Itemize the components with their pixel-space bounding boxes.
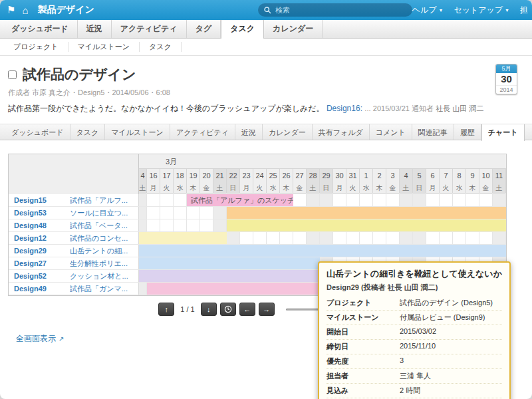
gantt-bar[interactable] <box>139 232 227 244</box>
gantt-date-cell: 18 <box>174 169 187 182</box>
scroll-down-button[interactable]: ↓ <box>201 303 217 316</box>
task-id-link[interactable]: Design52 <box>9 270 70 282</box>
home-icon[interactable]: ⌂ <box>22 5 28 16</box>
detail-tab-9[interactable]: 履歴 <box>454 124 481 140</box>
gantt-bar[interactable]: 試作品「アルファ」のスケッチ <box>187 194 293 206</box>
notify-person-link[interactable]: 社長 山田 潤二 <box>436 104 483 112</box>
gantt-day-cell: 金 <box>200 182 213 194</box>
detail-tab-5[interactable]: カレンダー <box>263 124 313 140</box>
task-name-link[interactable]: 山岳テントの細... <box>70 245 128 257</box>
scroll-right-button[interactable]: → <box>259 303 275 316</box>
detail-tab-8[interactable]: 関連記事 <box>412 124 454 140</box>
task-id-link[interactable]: Design29 <box>9 245 70 257</box>
gantt-row: Design29山岳テントの細... <box>9 245 506 257</box>
task-name-link[interactable]: ソールに目立つ... <box>70 207 128 219</box>
tooltip-field-row: 開始日2015/03/02 <box>327 325 502 340</box>
gantt-bar[interactable] <box>147 283 320 295</box>
task-name-link[interactable]: クッション材と... <box>70 270 128 282</box>
gantt-day-cell: 日 <box>227 182 240 194</box>
date-badge: 5月 30 2014 <box>495 64 517 94</box>
gantt-bar[interactable] <box>139 270 320 282</box>
gantt-day-cell: 土 <box>139 182 147 194</box>
gantt-bar[interactable] <box>139 245 506 257</box>
gantt-day-cell: 水 <box>453 182 466 194</box>
task-id-link[interactable]: Design53 <box>9 207 70 219</box>
gantt-day-cell: 金 <box>479 182 493 194</box>
gantt-day-cell: 金 <box>386 182 400 194</box>
detail-tab-10[interactable]: チャート <box>481 124 525 141</box>
gantt-row-label: Design49試作品「ガンマ... <box>9 283 139 295</box>
task-name-link[interactable]: 試作品「アルフ... <box>70 194 128 206</box>
gantt-day-cell: 土 <box>307 182 320 194</box>
gantt-day-cell: 土 <box>400 182 413 194</box>
gantt-bar[interactable] <box>139 257 320 269</box>
gantt-date-cell: 11 <box>493 169 506 182</box>
gantt-row-track <box>139 207 506 219</box>
clipped-menu[interactable]: 担 <box>520 5 528 16</box>
nav-tab-3[interactable]: タグ <box>187 20 221 38</box>
tooltip-field-label: 担当者 <box>327 369 400 384</box>
detail-tab-0[interactable]: ダッシュボード <box>5 124 70 140</box>
subnav-item-0[interactable]: プロジェクト <box>4 42 68 52</box>
gantt-date-cell: 25 <box>267 169 280 182</box>
subnav-item-1[interactable]: マイルストーン <box>68 42 140 52</box>
tooltip-field-label: 優先度 <box>327 354 400 369</box>
help-menu[interactable]: ヘルプ▼ <box>412 5 444 16</box>
task-id-link[interactable]: Design15 <box>9 194 70 206</box>
setup-menu[interactable]: セットアップ▼ <box>454 5 509 16</box>
detail-tab-4[interactable]: 近況 <box>235 124 263 140</box>
today-button[interactable] <box>220 303 236 316</box>
gantt-date-cell: 8 <box>453 169 466 182</box>
subnav-item-2[interactable]: タスク <box>140 42 182 52</box>
fullscreen-link[interactable]: 全画面表示 ↗ <box>16 333 64 344</box>
task-id-link[interactable]: Design27 <box>9 257 70 269</box>
gantt-date-cell: 4 <box>400 169 413 182</box>
external-link-icon: ↗ <box>59 335 64 342</box>
scroll-left-button[interactable]: ← <box>239 303 255 316</box>
gantt-bar[interactable] <box>227 219 506 231</box>
nav-tab-0[interactable]: ダッシュボード <box>3 20 78 38</box>
task-name-link[interactable]: 試作品のコンセ... <box>70 232 128 244</box>
flag-icon[interactable]: ⚑ <box>7 4 15 16</box>
task-id-link[interactable]: Design12 <box>9 232 70 244</box>
task-name-link[interactable]: 試作品「ガンマ... <box>70 283 128 295</box>
gantt-row: Design53ソールに目立つ... <box>9 207 506 219</box>
task-name-link[interactable]: 生分解性ポリエ... <box>70 257 128 269</box>
date-badge-month: 5月 <box>496 65 517 73</box>
detail-tab-3[interactable]: アクティビティ <box>170 124 235 140</box>
gantt-day-cell: 月 <box>426 182 440 194</box>
tooltip-field-value: 3 <box>400 354 502 369</box>
task-id-link[interactable]: Design48 <box>9 219 70 231</box>
search-box[interactable] <box>258 3 412 17</box>
app-title: 製品デザイン <box>38 4 94 16</box>
gantt-day-cell: 月 <box>240 182 253 194</box>
nav-tab-4[interactable]: タスク <box>221 20 264 39</box>
tooltip-field-value: 試作品のデザイン (Design5) <box>400 296 502 311</box>
gantt-date-cell: 2 <box>373 169 386 182</box>
gantt-day-cell: 月 <box>333 182 346 194</box>
gantt-row-label: Design15試作品「アルフ... <box>9 194 139 206</box>
gantt-day-cell: 土 <box>213 182 227 194</box>
title-checkbox[interactable] <box>8 70 17 79</box>
clock-icon <box>224 305 232 313</box>
app-window: ⚑ ⌂ 製品デザイン ヘルプ▼ セットアップ▼ 担 ダッシュボード近況アクティビ… <box>0 0 532 399</box>
detail-tab-2[interactable]: マイルストーン <box>105 124 170 140</box>
task-name-link[interactable]: 試作品「ベータ... <box>70 219 128 231</box>
nav-tab-1[interactable]: 近況 <box>78 20 112 38</box>
design16-link[interactable]: Design16: <box>327 104 362 113</box>
nav-tab-2[interactable]: アクティビティ <box>112 20 187 38</box>
gantt-row: Design15試作品「アルフ...試作品「アルファ」のスケッチ <box>9 194 506 207</box>
chevron-down-icon: ▼ <box>505 8 509 13</box>
detail-tab-7[interactable]: コメント <box>370 124 412 140</box>
nav-tab-5[interactable]: カレンダー <box>264 20 323 38</box>
detail-tab-1[interactable]: タスク <box>70 124 106 140</box>
detail-tab-6[interactable]: 共有フォルダ <box>313 124 370 140</box>
gantt-row: Design12試作品のコンセ... <box>9 232 506 245</box>
search-input[interactable] <box>275 6 406 14</box>
sub-nav: プロジェクトマイルストーンタスク <box>0 39 532 56</box>
scroll-up-button[interactable]: ↑ <box>158 303 174 316</box>
tooltip-field-value: 付属品レビュー (Design9) <box>400 311 502 325</box>
task-id-link[interactable]: Design49 <box>9 283 70 295</box>
gantt-bar[interactable] <box>227 207 506 219</box>
gantt-day-cell: 火 <box>346 182 360 194</box>
